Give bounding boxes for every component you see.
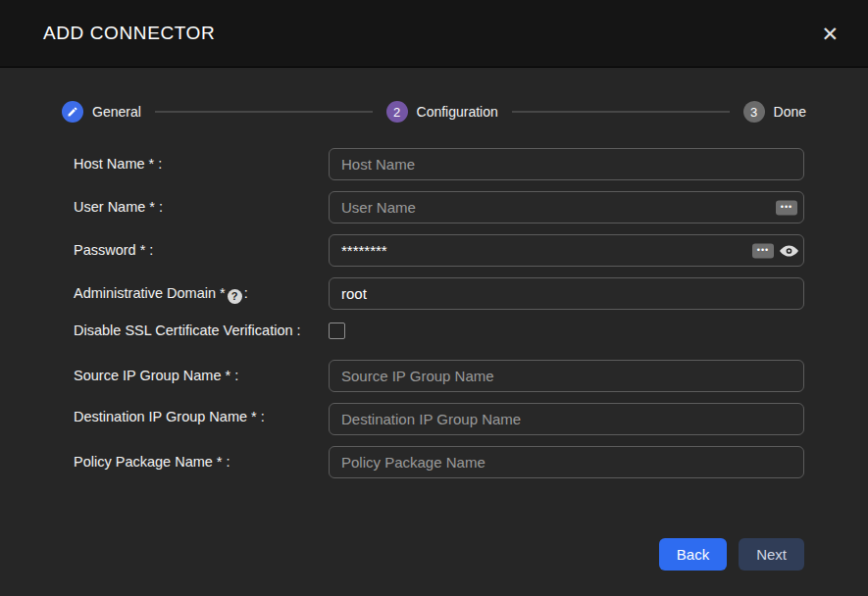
user-name-input[interactable]: [329, 191, 804, 224]
add-connector-dialog: ADD CONNECTOR ✕ General 2 Configuration …: [0, 0, 868, 596]
pencil-icon: [62, 101, 83, 123]
policy-package-input[interactable]: [329, 446, 804, 478]
ssl-verification-row: Disable SSL Certificate Verification :: [74, 321, 804, 343]
next-button[interactable]: Next: [739, 538, 804, 571]
admin-domain-row: Administrative Domain *?:: [74, 277, 804, 310]
step-configuration[interactable]: 2 Configuration: [386, 101, 498, 123]
password-input[interactable]: [329, 234, 804, 267]
step-done-label: Done: [774, 104, 806, 120]
policy-package-row: Policy Package Name * :: [74, 446, 804, 478]
source-ip-group-label: Source IP Group Name * :: [74, 366, 329, 385]
host-name-row: Host Name * :: [74, 148, 804, 180]
dialog-footer: Back Next: [0, 532, 868, 596]
step-3-badge: 3: [743, 101, 765, 123]
destination-ip-group-label: Destination IP Group Name * :: [74, 403, 329, 426]
dialog-title: ADD CONNECTOR: [43, 23, 215, 44]
destination-ip-group-input[interactable]: [329, 403, 804, 435]
back-button[interactable]: Back: [659, 538, 727, 571]
stepper-line: [155, 111, 373, 113]
user-name-row: User Name * : •••: [74, 191, 804, 224]
ssl-verification-label: Disable SSL Certificate Verification :: [74, 321, 329, 340]
step-done: 3 Done: [743, 101, 806, 123]
dialog-header: ADD CONNECTOR ✕: [0, 0, 868, 68]
stepper: General 2 Configuration 3 Done: [62, 101, 806, 123]
configuration-form: Host Name * : User Name * : ••• Password…: [0, 148, 868, 532]
step-general[interactable]: General: [62, 101, 141, 123]
source-ip-group-row: Source IP Group Name * :: [74, 360, 804, 392]
admin-domain-colon: :: [244, 285, 248, 301]
password-label: Password * :: [74, 240, 329, 260]
user-name-label: User Name * :: [74, 197, 329, 217]
admin-domain-input[interactable]: [329, 277, 804, 310]
destination-ip-group-row: Destination IP Group Name * :: [74, 403, 804, 435]
close-icon[interactable]: ✕: [817, 20, 842, 48]
ssl-verification-checkbox[interactable]: [329, 323, 345, 339]
eye-icon[interactable]: [779, 243, 798, 259]
source-ip-group-input[interactable]: [329, 360, 804, 392]
ellipsis-icon[interactable]: •••: [776, 200, 797, 215]
step-general-label: General: [92, 104, 141, 120]
admin-domain-label-text: Administrative Domain *: [74, 285, 226, 301]
step-2-badge: 2: [386, 101, 408, 123]
help-icon[interactable]: ?: [228, 289, 242, 304]
step-configuration-label: Configuration: [417, 104, 498, 120]
password-row: Password * : •••: [74, 234, 804, 267]
host-name-label: Host Name * :: [74, 154, 329, 174]
host-name-input[interactable]: [329, 148, 804, 180]
ellipsis-icon[interactable]: •••: [752, 243, 774, 258]
stepper-line: [512, 111, 730, 113]
admin-domain-label: Administrative Domain *?:: [74, 283, 329, 304]
policy-package-label: Policy Package Name * :: [74, 452, 329, 472]
